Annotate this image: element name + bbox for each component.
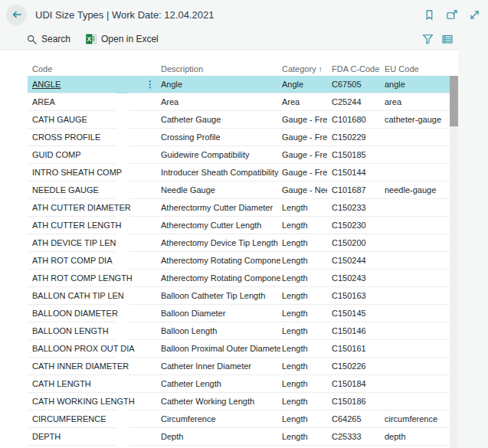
table-row[interactable]: ATH DEVICE TIP LENAtherectomy Device Tip… — [28, 234, 450, 252]
row-actions-cell — [129, 199, 159, 217]
row-ellipsis-menu-icon[interactable]: ⋮ — [146, 79, 155, 90]
column-header-description[interactable]: Description — [159, 63, 280, 76]
row-actions-cell — [129, 340, 159, 358]
cell-description: Atherectomy Device Tip Length — [159, 234, 280, 252]
cell-eu-code — [380, 305, 450, 322]
row-actions-cell — [129, 410, 159, 428]
table-row[interactable]: CATH LENGTHCatheter LengthLengthC150184 — [28, 375, 450, 393]
table-row[interactable]: BALLOON DIAMETERBalloon DiameterLengthC1… — [28, 305, 450, 322]
cell-fda-c-code: C150233 — [327, 199, 380, 217]
column-divider — [116, 129, 129, 146]
cell-fda-c-code: C150145 — [327, 305, 380, 322]
cell-eu-code: angle — [380, 76, 450, 93]
row-actions-cell — [129, 129, 159, 146]
search-icon — [27, 34, 37, 44]
table-row[interactable]: CATH INNER DIAMETERCatheter Inner Diamet… — [28, 358, 450, 375]
cell-category: Gauge - Fren... — [280, 164, 327, 181]
table-row[interactable]: CATH WORKING LENGTHCatheter Working Leng… — [28, 393, 450, 410]
vertical-scrollbar-thumb[interactable] — [450, 76, 458, 126]
row-actions-cell — [129, 181, 159, 199]
cell-category: Length — [280, 199, 327, 217]
cell-code: GUID COMP — [28, 146, 116, 164]
column-header-code[interactable]: Code — [28, 63, 116, 76]
cell-code: NEEDLE GAUGE — [28, 181, 116, 199]
column-divider — [116, 410, 129, 428]
table-row[interactable]: AREAAreaAreaC25244area — [28, 93, 450, 111]
row-actions-cell — [129, 375, 159, 393]
open-in-new-window-icon[interactable] — [446, 9, 458, 21]
bookmark-icon[interactable] — [424, 9, 435, 21]
cell-category: Length — [280, 217, 327, 234]
column-divider — [116, 322, 129, 340]
cell-code: BALLOON LENGTH — [28, 322, 116, 340]
row-actions-cell — [129, 252, 159, 270]
cell-eu-code — [380, 322, 450, 340]
cell-category: Gauge - Fren... — [280, 129, 327, 146]
column-divider — [116, 181, 129, 199]
open-in-excel-button[interactable]: X Open in Excel — [86, 34, 159, 44]
column-divider — [116, 164, 129, 181]
cell-fda-c-code: C150144 — [327, 164, 380, 181]
column-divider — [116, 305, 129, 322]
cell-description: Crossing Profile — [159, 129, 280, 146]
row-actions-cell[interactable]: ⋮ — [129, 76, 159, 93]
vertical-scrollbar[interactable] — [450, 76, 458, 448]
table-row[interactable]: DEPTHDepthLengthC25333depth — [28, 428, 450, 446]
cell-fda-c-code: C150161 — [327, 340, 380, 358]
action-bar: Search X Open in Excel — [0, 29, 458, 50]
open-in-excel-label: Open in Excel — [101, 34, 159, 44]
table-row[interactable]: INTRO SHEATH COMPIntroducer Sheath Compa… — [28, 164, 450, 181]
table-row[interactable]: CIRCUMFERENCECircumferenceLengthC64265ci… — [28, 410, 450, 428]
table-row[interactable]: ANGLE⋮AngleAngleC67505angle — [28, 76, 450, 93]
column-divider — [116, 76, 129, 93]
table-row[interactable]: ATH CUTTER DIAMETERAtherectormy Cutter D… — [28, 199, 450, 217]
cell-category: Length — [280, 270, 327, 287]
table-row[interactable]: BALLOON LENGTHBalloon LengthLengthC15014… — [28, 322, 450, 340]
column-divider — [116, 393, 129, 410]
cell-description: Balloon Proximal Outer Diameter (0... — [159, 340, 280, 358]
view-options-icon[interactable] — [442, 34, 453, 44]
cell-eu-code — [380, 375, 450, 393]
cell-category: Length — [280, 410, 327, 428]
column-header-category[interactable]: Category↑ — [280, 63, 327, 76]
table-row[interactable]: BALLOON PROX OUT DIABalloon Proximal Out… — [28, 340, 450, 358]
table-row[interactable]: GUID COMPGuidewire CompatibilityGauge - … — [28, 146, 450, 164]
cell-fda-c-code: C67505 — [327, 76, 380, 93]
cell-fda-c-code: C101687 — [327, 181, 380, 199]
table-row[interactable]: CROSS PROFILECrossing ProfileGauge - Fre… — [28, 129, 450, 146]
cell-description: Catheter Working Length — [159, 393, 280, 410]
cell-code: CIRCUMFERENCE — [28, 410, 116, 428]
column-divider — [116, 234, 129, 252]
cell-category: Length — [280, 287, 327, 305]
cell-eu-code — [380, 358, 450, 375]
search-button[interactable]: Search — [27, 34, 70, 44]
table-row[interactable]: ATH ROT COMP DIAAtherectomy Rotating Com… — [28, 252, 450, 270]
filter-icon[interactable] — [422, 34, 434, 44]
row-actions-cell — [129, 217, 159, 234]
cell-category: Length — [280, 322, 327, 340]
table-row[interactable]: CATH GAUGECatheter GaugeGauge - Fren...C… — [28, 111, 450, 129]
table-row[interactable]: BALLON CATH TIP LENBalloon Catheter Tip … — [28, 287, 450, 305]
cell-category: Gauge - Nee... — [280, 181, 327, 199]
cell-description: Atherectormy Cutter Diameter — [159, 199, 280, 217]
column-header-eu-code[interactable]: EU Code — [380, 63, 450, 76]
cell-category: Length — [280, 393, 327, 410]
cell-description: Balloon Catheter Tip Length — [159, 287, 280, 305]
cell-description: Angle — [159, 76, 280, 93]
cell-fda-c-code: C150244 — [327, 252, 380, 270]
title-bar: UDI Size Types | Work Date: 12.04.2021 — [0, 0, 488, 29]
cell-code: ATH DEVICE TIP LEN — [28, 234, 116, 252]
column-divider — [116, 375, 129, 393]
table-row[interactable]: NEEDLE GAUGENeedle GaugeGauge - Nee...C1… — [28, 181, 450, 199]
cell-code[interactable]: ANGLE — [28, 76, 116, 93]
column-header-fda-c-code[interactable]: FDA C-Code — [327, 63, 380, 76]
row-actions-cell — [129, 93, 159, 111]
row-actions-cell — [129, 305, 159, 322]
column-divider — [116, 217, 129, 234]
back-button[interactable] — [6, 5, 27, 25]
cell-category: Length — [280, 428, 327, 446]
table-row[interactable]: ATH ROT COMP LENGTHAtherectomy Rotating … — [28, 270, 450, 287]
expand-icon[interactable] — [469, 9, 480, 21]
cell-code: BALLOON PROX OUT DIA — [28, 340, 116, 358]
table-row[interactable]: ATH CUTTER LENGTHAtherectomy Cutter Leng… — [28, 217, 450, 234]
